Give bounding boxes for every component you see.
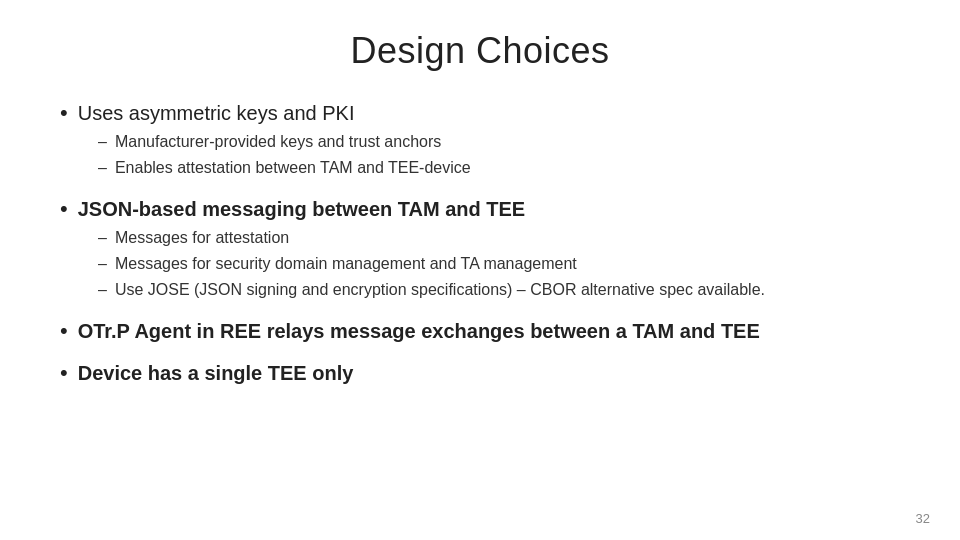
bullet-dot-3: • <box>60 320 68 342</box>
bullet-text-2: JSON-based messaging between TAM and TEE <box>78 196 526 222</box>
bullet-text-3: OTr.P Agent in REE relays message exchan… <box>78 318 760 344</box>
slide-content: • Uses asymmetric keys and PKI – Manufac… <box>60 100 900 510</box>
sub-bullets-2: – Messages for attestation – Messages fo… <box>98 226 900 302</box>
sub-dash-2-1: – <box>98 226 107 250</box>
page-number: 32 <box>916 511 930 526</box>
bullet-dot-1: • <box>60 102 68 124</box>
sub-text-2-2: Messages for security domain management … <box>115 252 577 276</box>
bullet-item-2: • JSON-based messaging between TAM and T… <box>60 196 900 302</box>
sub-dash-1-2: – <box>98 156 107 180</box>
bullet-dot-2: • <box>60 198 68 220</box>
sub-text-1-1: Manufacturer-provided keys and trust anc… <box>115 130 441 154</box>
bullet-main-3: • OTr.P Agent in REE relays message exch… <box>60 318 900 344</box>
bullet-text-4: Device has a single TEE only <box>78 360 354 386</box>
slide-title: Design Choices <box>60 30 900 72</box>
sub-bullet-1-1: – Manufacturer-provided keys and trust a… <box>98 130 900 154</box>
bullet-item-3: • OTr.P Agent in REE relays message exch… <box>60 318 900 344</box>
bullet-item-4: • Device has a single TEE only <box>60 360 900 386</box>
bullet-dot-4: • <box>60 362 68 384</box>
bullet-main-2: • JSON-based messaging between TAM and T… <box>60 196 900 222</box>
sub-dash-2-2: – <box>98 252 107 276</box>
slide: Design Choices • Uses asymmetric keys an… <box>0 0 960 540</box>
bullet-main-4: • Device has a single TEE only <box>60 360 900 386</box>
sub-bullet-2-1: – Messages for attestation <box>98 226 900 250</box>
sub-text-2-3: Use JOSE (JSON signing and encryption sp… <box>115 278 765 302</box>
sub-bullets-1: – Manufacturer-provided keys and trust a… <box>98 130 900 180</box>
sub-dash-1-1: – <box>98 130 107 154</box>
bullet-item-1: • Uses asymmetric keys and PKI – Manufac… <box>60 100 900 180</box>
bullet-text-1: Uses asymmetric keys and PKI <box>78 100 355 126</box>
sub-text-1-2: Enables attestation between TAM and TEE-… <box>115 156 471 180</box>
bullet-main-1: • Uses asymmetric keys and PKI <box>60 100 900 126</box>
sub-bullet-2-3: – Use JOSE (JSON signing and encryption … <box>98 278 900 302</box>
sub-bullet-1-2: – Enables attestation between TAM and TE… <box>98 156 900 180</box>
sub-dash-2-3: – <box>98 278 107 302</box>
sub-text-2-1: Messages for attestation <box>115 226 289 250</box>
sub-bullet-2-2: – Messages for security domain managemen… <box>98 252 900 276</box>
